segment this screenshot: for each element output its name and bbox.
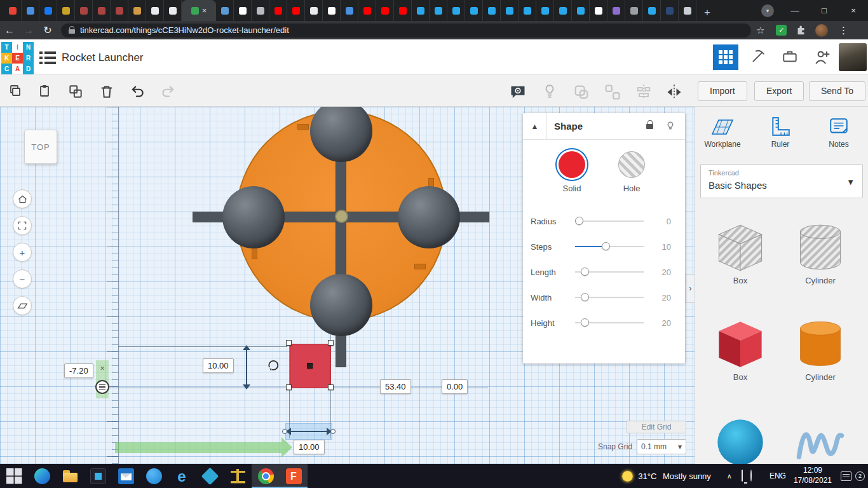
browser-tab[interactable] — [519, 0, 536, 21]
browser-tab[interactable] — [323, 0, 341, 21]
shape-cylinder-solid[interactable]: Cylinder — [792, 318, 848, 382]
browser-tab[interactable] — [643, 0, 661, 21]
user-avatar[interactable] — [839, 43, 867, 71]
action-center-icon[interactable] — [841, 471, 851, 481]
minimize-button[interactable]: — — [780, 0, 810, 21]
show-all-lightbulb-icon[interactable] — [541, 83, 558, 100]
mirror-icon[interactable] — [665, 83, 683, 101]
center-handle[interactable] — [307, 363, 313, 369]
undo-icon[interactable] — [130, 83, 146, 100]
dimension-end-handle[interactable] — [330, 429, 336, 434]
close-button[interactable]: × — [839, 0, 868, 21]
browser-tab[interactable] — [269, 0, 287, 21]
hole-option[interactable]: Hole — [618, 151, 645, 193]
chrome-taskbar-button[interactable] — [252, 464, 280, 488]
scale-handle[interactable] — [286, 384, 292, 390]
inspector-collapse-icon[interactable]: ▲ — [523, 113, 547, 140]
zoom-out-button[interactable]: − — [13, 269, 32, 288]
weather-widget[interactable]: 31°C Mostly sunny — [638, 471, 711, 481]
forward-icon[interactable]: → — [19, 25, 38, 36]
notes-visibility-icon[interactable] — [508, 83, 527, 101]
align-icon[interactable] — [635, 83, 653, 101]
zoom-in-button[interactable]: + — [13, 243, 32, 262]
dimension-end-handle[interactable] — [282, 429, 287, 434]
browser-tab[interactable] — [22, 0, 39, 21]
move-arrow[interactable] — [115, 442, 281, 453]
rotate-handle-icon[interactable] — [266, 357, 281, 372]
edge-legacy-taskbar-button[interactable] — [168, 464, 196, 488]
skype-app-taskbar-button[interactable] — [140, 464, 168, 488]
view-cube[interactable]: TOP — [24, 130, 57, 164]
panel-collapse-handle[interactable]: › — [686, 274, 695, 303]
slider-value[interactable]: 20 — [644, 293, 685, 302]
briefcase-icon[interactable] — [782, 48, 798, 65]
radius-slider[interactable] — [575, 217, 644, 226]
paste-icon[interactable] — [37, 83, 52, 98]
dimension-arrow-vertical[interactable] — [246, 348, 247, 386]
url-bar[interactable]: tinkercad.com/things/cCE3HiNw2dO-rocket-… — [61, 24, 751, 37]
notes-tool[interactable]: Notes — [813, 116, 864, 149]
browser-tab[interactable] — [111, 0, 128, 21]
tools-pickaxe-icon[interactable] — [750, 48, 766, 65]
model-center-pin[interactable] — [335, 210, 348, 223]
copy-icon[interactable] — [8, 83, 23, 98]
design-title[interactable]: Rocket Launcher — [62, 51, 144, 64]
browser-tab[interactable] — [412, 0, 430, 21]
tray-expand-icon[interactable]: ∧ — [727, 472, 732, 480]
slider-knob[interactable] — [575, 217, 583, 225]
browser-tab[interactable] — [572, 0, 590, 21]
ungroup-icon[interactable] — [604, 83, 621, 101]
mail-app-taskbar-button[interactable] — [112, 464, 140, 488]
diamond-app-taskbar-button[interactable] — [196, 464, 224, 488]
clock[interactable]: 12:09 17/08/2021 — [794, 466, 832, 485]
home-view-button[interactable] — [13, 189, 32, 208]
browser-tab[interactable] — [376, 0, 394, 21]
workplane-tool[interactable]: Workplane — [697, 116, 748, 149]
solid-option[interactable]: Solid — [559, 151, 585, 193]
group-icon[interactable] — [573, 83, 590, 101]
new-tab-button[interactable]: + — [699, 4, 715, 21]
shape-scribble[interactable] — [792, 416, 848, 464]
browser-profile-icon[interactable]: ▾ — [761, 4, 774, 17]
hole-swatch[interactable] — [618, 151, 645, 178]
browser-tab[interactable] — [4, 0, 22, 21]
export-button[interactable]: Export — [754, 81, 804, 101]
browser-tab[interactable] — [465, 0, 483, 21]
shape-cylinder-hole[interactable]: Cylinder — [792, 221, 848, 285]
url-text[interactable]: tinkercad.com/things/cCE3HiNw2dO-rocket-… — [80, 25, 289, 35]
shape-library-select[interactable]: Tinkercad Basic Shapes ▼ — [700, 164, 863, 198]
redo-icon[interactable] — [159, 83, 176, 100]
browser-user-avatar[interactable] — [815, 24, 828, 37]
length-slider[interactable] — [575, 268, 644, 276]
slider-value[interactable]: 10 — [644, 242, 685, 252]
maximize-button[interactable]: □ — [810, 0, 839, 21]
dimension-width-input[interactable]: 10.00 — [294, 440, 325, 454]
model-dome-bottom[interactable] — [310, 274, 372, 336]
browser-tab[interactable] — [483, 0, 501, 21]
distance-input[interactable]: 53.40 — [380, 379, 411, 394]
distance-zero-input[interactable]: 0.00 — [442, 379, 468, 394]
lock-icon[interactable] — [646, 124, 653, 129]
height-slider[interactable] — [575, 318, 644, 327]
browser-tab[interactable] — [164, 0, 182, 21]
browser-tab[interactable] — [128, 0, 146, 21]
extension-check-icon[interactable]: ✓ — [776, 25, 787, 36]
slider-value[interactable]: 20 — [644, 268, 685, 277]
lightbulb-icon[interactable] — [665, 121, 676, 132]
browser-tab[interactable] — [358, 0, 376, 21]
model-dome-right[interactable] — [398, 186, 460, 248]
browser-tab[interactable] — [146, 0, 164, 21]
browser-tab[interactable] — [447, 0, 465, 21]
slider-knob[interactable] — [581, 293, 589, 301]
tab-close-icon[interactable]: × — [202, 6, 207, 15]
width-slider[interactable] — [575, 293, 644, 302]
browser-tab[interactable] — [625, 0, 643, 21]
extensions-puzzle-icon[interactable] — [796, 25, 806, 36]
scale-handle[interactable] — [328, 340, 334, 346]
file-explorer-taskbar-button[interactable] — [56, 464, 84, 488]
browser-tab[interactable] — [287, 0, 305, 21]
browser-tab[interactable] — [216, 0, 234, 21]
browser-tab[interactable] — [234, 0, 252, 21]
browser-tab[interactable] — [252, 0, 269, 21]
browser-tab[interactable] — [536, 0, 554, 21]
